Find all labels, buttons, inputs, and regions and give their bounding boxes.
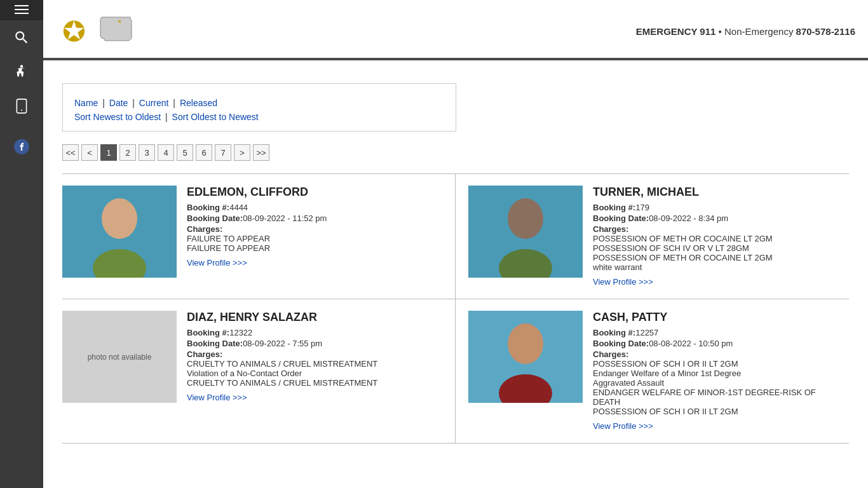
charges-label: Charges: xyxy=(187,224,222,234)
header: ✪ EMERGENCY 911 • Non-Emergency 870-578-… xyxy=(43,0,868,60)
inmate-name: DIAZ, HENRY SALAZAR xyxy=(187,311,442,324)
page-next[interactable]: > xyxy=(234,144,250,161)
inmate-card: EDLEMON, CLIFFORD Booking #:4444 Booking… xyxy=(62,174,456,299)
inmate-booking-num: Booking #:12322 xyxy=(187,328,442,337)
search-icon xyxy=(13,29,30,46)
options-box: Name | Date | Current | Released Sort Ne… xyxy=(62,83,456,132)
charge-item: POSSESSION OF METH OR COCAINE LT 2GM xyxy=(593,234,843,243)
inmate-charges: Charges: POSSESSION OF SCH I OR II LT 2G… xyxy=(593,349,843,416)
inmate-charges: Charges: FAILURE TO APPEARFAILURE TO APP… xyxy=(187,224,442,253)
inmate-info: CASH, PATTY Booking #:12257 Booking Date… xyxy=(593,311,843,431)
charge-item: Violation of a No-Contact Order xyxy=(187,369,442,378)
view-profile-link[interactable]: View Profile >>> xyxy=(593,277,653,287)
emergency-911: EMERGENCY 911 xyxy=(636,26,716,37)
filter-current-link[interactable]: Current xyxy=(139,98,169,108)
charge-item: Aggravated Assault xyxy=(593,378,843,388)
page-5[interactable]: 5 xyxy=(177,144,193,161)
page-3[interactable]: 3 xyxy=(139,144,155,161)
inmate-card: photo not available DIAZ, HENRY SALAZAR … xyxy=(62,299,456,444)
inmate-booking-date: Booking Date:08-08-2022 - 10:50 pm xyxy=(593,339,843,348)
mugshot-silhouette xyxy=(62,186,177,278)
svg-point-7 xyxy=(102,198,137,239)
inmate-photo: photo not available xyxy=(62,311,177,403)
inmate-name: EDLEMON, CLIFFORD xyxy=(187,186,442,199)
facebook-button[interactable] xyxy=(0,132,43,161)
inmate-booking-num: Booking #:12257 xyxy=(593,328,843,337)
inmate-booking-num: Booking #:4444 xyxy=(187,203,442,212)
search-button[interactable] xyxy=(0,20,43,55)
charge-item: ENDANGER WELFARE OF MINOR-1ST DEGREE-RIS… xyxy=(593,388,843,407)
svg-point-13 xyxy=(508,323,543,364)
main-content: Name | Date | Current | Released Sort Ne… xyxy=(43,60,868,456)
options-sort-links: Sort Newest to Oldest | Sort Oldest to N… xyxy=(74,112,444,122)
charges-label: Charges: xyxy=(593,349,628,359)
menu-button[interactable] xyxy=(0,0,43,20)
pagination: << < 1 2 3 4 5 6 7 > >> xyxy=(62,144,849,161)
filter-released-link[interactable]: Released xyxy=(180,98,217,108)
charges-list: FAILURE TO APPEARFAILURE TO APPEAR xyxy=(187,234,442,253)
charge-item: white warrant xyxy=(593,262,843,272)
filter-date-link[interactable]: Date xyxy=(109,98,128,108)
view-profile-link[interactable]: View Profile >>> xyxy=(593,421,653,431)
inmate-info: DIAZ, HENRY SALAZAR Booking #:12322 Book… xyxy=(187,311,442,431)
page-6[interactable]: 6 xyxy=(196,144,212,161)
inmate-info: EDLEMON, CLIFFORD Booking #:4444 Booking… xyxy=(187,186,442,287)
get-app-button[interactable] xyxy=(0,89,43,123)
phone-icon xyxy=(13,98,30,114)
charges-list: POSSESSION OF METH OR COCAINE LT 2GMPOSS… xyxy=(593,234,843,272)
page-7[interactable]: 7 xyxy=(215,144,231,161)
charge-item: FAILURE TO APPEAR xyxy=(187,243,442,253)
inmate-card: TURNER, MICHAEL Booking #:179 Booking Da… xyxy=(456,174,849,299)
mugshot-silhouette xyxy=(468,311,583,403)
filter-name-link[interactable]: Name xyxy=(74,98,98,108)
arkansas-map-icon xyxy=(98,14,133,44)
inmate-photo xyxy=(468,311,583,403)
charge-item: POSSESSION OF SCH I OR II LT 2GM xyxy=(593,407,843,416)
mugshot-silhouette xyxy=(468,186,583,278)
facebook-icon xyxy=(13,139,30,155)
logo-area: ✪ xyxy=(56,14,133,49)
charge-item: Endanger Welfare of a Minor 1st Degree xyxy=(593,369,843,378)
inmate-booking-date: Booking Date:08-09-2022 - 8:34 pm xyxy=(593,214,843,223)
charge-item: CRUELTY TO ANIMALS / CRUEL MISTREATMENT xyxy=(187,359,442,369)
inmate-photo xyxy=(468,186,583,278)
sidebar xyxy=(0,0,43,456)
svg-marker-4 xyxy=(100,17,132,41)
inmate-name: TURNER, MICHAEL xyxy=(593,186,843,199)
inmate-card: CASH, PATTY Booking #:12257 Booking Date… xyxy=(456,299,849,444)
inmate-photo xyxy=(62,186,177,278)
no-photo-text: photo not available xyxy=(88,353,152,362)
inmate-booking-date: Booking Date:08-09-2022 - 7:55 pm xyxy=(187,339,442,348)
page-1[interactable]: 1 xyxy=(100,144,117,161)
non-emergency-number: 870-578-2116 xyxy=(796,26,855,37)
emergency-info: EMERGENCY 911 • Non-Emergency 870-578-21… xyxy=(636,26,855,37)
view-profile-link[interactable]: View Profile >>> xyxy=(187,393,247,402)
page-last[interactable]: >> xyxy=(253,144,269,161)
star-icon: ✪ xyxy=(62,18,86,46)
charge-item: FAILURE TO APPEAR xyxy=(187,234,442,243)
sort-newest-link[interactable]: Sort Newest to Oldest xyxy=(74,112,161,122)
page-2[interactable]: 2 xyxy=(119,144,136,161)
state-area xyxy=(98,14,133,49)
inmate-charges: Charges: CRUELTY TO ANIMALS / CRUEL MIST… xyxy=(187,349,442,388)
page-first[interactable]: << xyxy=(62,144,79,161)
inmate-booking-date: Booking Date:08-09-2022 - 11:52 pm xyxy=(187,214,442,223)
inmate-info: TURNER, MICHAEL Booking #:179 Booking Da… xyxy=(593,186,843,287)
inmate-name: CASH, PATTY xyxy=(593,311,843,324)
inmate-charges: Charges: POSSESSION OF METH OR COCAINE L… xyxy=(593,224,843,272)
charges-label: Charges: xyxy=(187,349,222,359)
options-filter-links: Name | Date | Current | Released xyxy=(74,98,444,108)
charges-list: CRUELTY TO ANIMALS / CRUEL MISTREATMENTV… xyxy=(187,359,442,388)
charge-item: POSSESSION OF SCH IV OR V LT 28GM xyxy=(593,243,843,253)
charges-label: Charges: xyxy=(593,224,628,234)
inmate-booking-num: Booking #:179 xyxy=(593,203,843,212)
page-prev[interactable]: < xyxy=(81,144,98,161)
sort-oldest-link[interactable]: Sort Oldest to Newest xyxy=(172,112,259,122)
inmate-grid: EDLEMON, CLIFFORD Booking #:4444 Booking… xyxy=(62,174,849,444)
page-4[interactable]: 4 xyxy=(158,144,174,161)
svg-point-10 xyxy=(508,198,543,239)
hamburger-icon xyxy=(15,5,29,14)
view-profile-link[interactable]: View Profile >>> xyxy=(187,258,247,268)
charge-item: CRUELTY TO ANIMALS / CRUEL MISTREATMENT xyxy=(187,378,442,388)
accessibility-button[interactable] xyxy=(0,55,43,89)
